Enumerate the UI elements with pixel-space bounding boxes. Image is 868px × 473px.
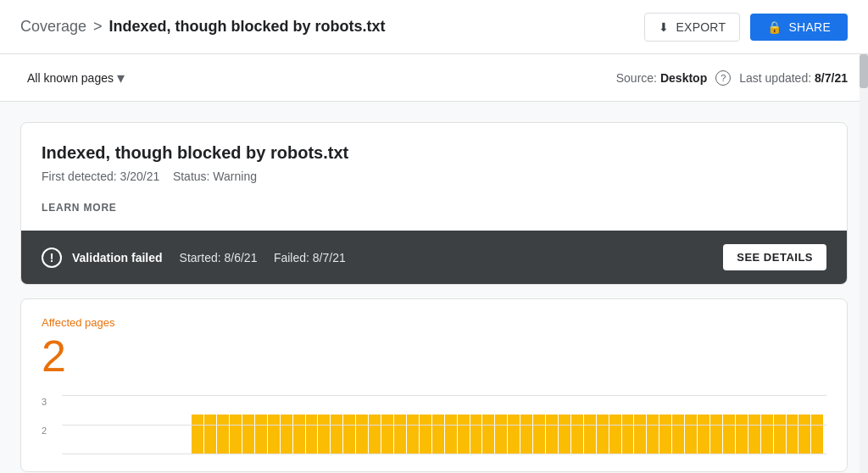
chart-bar (787, 415, 798, 454)
chart-bar (482, 415, 494, 454)
chart-bar (723, 415, 735, 454)
card-meta: First detected: 3/20/21 Status: Warning (42, 170, 826, 183)
chart-bar (293, 415, 305, 454)
export-button[interactable]: ⬇ EXPORT (644, 13, 740, 42)
breadcrumb: Coverage > Indexed, though blocked by ro… (20, 18, 386, 36)
lock-icon: 🔒 (767, 20, 782, 34)
validation-left: ! Validation failed Started: 8/6/21 Fail… (42, 248, 346, 268)
chart-bar (268, 415, 280, 454)
affected-label: Affected pages (42, 316, 826, 329)
chart-bar (394, 415, 406, 454)
chart-bar (204, 415, 216, 454)
chart-bar (306, 415, 318, 454)
chart-bar (343, 415, 355, 454)
chart-bar (420, 415, 431, 454)
breadcrumb-current: Indexed, though blocked by robots.txt (109, 18, 386, 36)
chart-bar (242, 415, 254, 454)
y-label-3: 3 (42, 397, 47, 407)
chart-bar (281, 415, 292, 454)
chart-bar (622, 415, 634, 454)
chart-bar (634, 415, 646, 454)
validation-title: Validation failed (72, 251, 163, 264)
chart-bar (571, 415, 583, 454)
chart-bar (672, 415, 684, 454)
see-details-button[interactable]: SEE DETAILS (723, 244, 826, 270)
chart-bar (445, 415, 457, 454)
chart-bar (495, 415, 507, 454)
main-content: Indexed, though blocked by robots.txt Fi… (0, 102, 868, 473)
chart-bar (520, 415, 532, 454)
chevron-down-icon: ▾ (117, 69, 125, 87)
chart-bar (546, 415, 558, 454)
validation-banner: ! Validation failed Started: 8/6/21 Fail… (21, 231, 847, 284)
chart-bar (217, 415, 229, 454)
export-label: EXPORT (676, 20, 726, 34)
chart-bar (647, 415, 659, 454)
chart-bar (407, 415, 419, 454)
toolbar: All known pages ▾ Source: Desktop ? Last… (0, 54, 868, 102)
chart-bar (230, 415, 242, 454)
chart-bar (736, 415, 748, 454)
chart-bar (331, 415, 342, 454)
chart-bar (533, 415, 545, 454)
breadcrumb-separator: > (93, 18, 103, 36)
status: Status: Warning (173, 170, 257, 183)
toolbar-meta: Source: Desktop ? Last updated: 8/7/21 (616, 70, 848, 86)
source-prefix: Source: (616, 71, 657, 85)
chart-bar (659, 415, 671, 454)
source-value: Desktop (660, 71, 707, 85)
validation-started: Started: 8/6/21 Failed: 8/7/21 (180, 251, 346, 264)
chart-bar (508, 415, 520, 454)
chart-bar (584, 415, 596, 454)
last-updated-prefix: Last updated: (739, 71, 811, 85)
chart-bar (710, 415, 722, 454)
chart-bar (609, 415, 621, 454)
chart-bar (318, 415, 330, 454)
last-updated-value: 8/7/21 (815, 71, 848, 85)
filter-dropdown[interactable]: All known pages ▾ (20, 64, 131, 92)
chart-bar (369, 415, 381, 454)
chart-bar (458, 415, 470, 454)
chart-bar (192, 415, 203, 454)
header-actions: ⬇ EXPORT 🔒 SHARE (644, 13, 848, 42)
affected-count: 2 (42, 334, 826, 378)
chart-bar (597, 415, 609, 454)
help-icon[interactable]: ? (715, 70, 731, 86)
scrollbar[interactable] (860, 102, 868, 473)
chart-bar (748, 415, 760, 454)
chart-bar (685, 415, 697, 454)
header: Coverage > Indexed, though blocked by ro… (0, 0, 868, 54)
issue-card: Indexed, though blocked by robots.txt Fi… (20, 122, 848, 285)
chart-bar (470, 415, 482, 454)
filter-label: All known pages (27, 71, 114, 85)
first-detected: First detected: 3/20/21 (42, 170, 159, 183)
chart-bar (356, 415, 368, 454)
breadcrumb-parent[interactable]: Coverage (20, 18, 86, 36)
share-label: SHARE (789, 20, 831, 34)
chart-bar (559, 415, 570, 454)
card-title: Indexed, though blocked by robots.txt (42, 143, 826, 163)
chart-bar (798, 415, 810, 454)
chart-bar (698, 415, 709, 454)
warning-icon: ! (42, 248, 62, 268)
chart-bar (255, 415, 267, 454)
card-body: Indexed, though blocked by robots.txt Fi… (21, 123, 847, 231)
affected-pages-section: Affected pages 2 3 2 (20, 298, 848, 472)
learn-more-link[interactable]: LEARN MORE (42, 202, 117, 214)
y-label-2: 2 (42, 426, 47, 436)
export-icon: ⬇ (659, 20, 669, 34)
chart-bar (811, 415, 823, 454)
share-button[interactable]: 🔒 SHARE (750, 14, 848, 41)
chart-bar (761, 415, 773, 454)
chart-bar (774, 415, 786, 454)
chart-bar (432, 415, 444, 454)
chart-bar (381, 415, 393, 454)
